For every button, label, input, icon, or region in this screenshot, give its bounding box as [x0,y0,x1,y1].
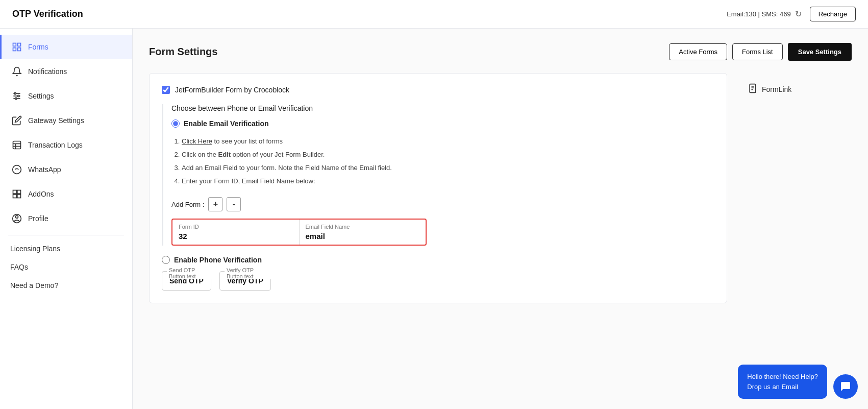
sidebar-item-label: Gateway Settings [28,116,84,125]
table-icon [12,140,22,150]
verification-section: Choose between Phone or Email Verificati… [162,104,714,246]
layout: Forms Notifications Settings [0,29,868,409]
page-title: Form Settings [149,46,217,58]
grid-icon [12,42,22,52]
header-actions: Active Forms Forms List Save Settings [669,43,852,61]
send-otp-label: Send OTP Button text [167,267,211,279]
chat-message-line1: Hello there! Need Help? [747,372,818,382]
instruction-item-1: Click Here to see your list of forms [182,135,714,148]
sidebar-item-label: WhatsApp [28,165,61,174]
sidebar-item-faqs[interactable]: FAQs [0,258,132,276]
svg-rect-10 [13,141,21,149]
form-link-item[interactable]: FormLink [748,83,844,95]
sidebar-item-label: AddOns [28,190,54,198]
sidebar-item-need-demo[interactable]: Need a Demo? [0,276,132,295]
instruction-text: to see your list of forms [214,137,283,145]
credit-text: Email:130 | SMS: 469 [727,10,791,18]
sidebar-item-label: Profile [28,214,48,223]
sidebar-item-notifications[interactable]: Notifications [0,59,132,84]
phone-verification-label[interactable]: Enable Phone Verification [174,256,262,264]
remove-form-button[interactable]: - [227,197,241,211]
form-link-icon [748,83,758,95]
active-forms-button[interactable]: Active Forms [669,43,727,60]
sidebar: Forms Notifications Settings [0,29,133,409]
jetform-checkbox-row: JetFormBuilder Form by Crocoblock [162,86,714,94]
verify-otp-field: Verify OTP Button text Verify OTP [219,271,271,291]
main-content: Form Settings Active Forms Forms List Sa… [133,29,868,409]
svg-point-22 [16,215,18,218]
phone-verification-section: Enable Phone Verification Send OTP Butto… [162,256,714,291]
form-link-label: FormLink [762,85,791,93]
instructions-list: Click Here to see your list of forms Cli… [171,135,714,188]
sliders-icon [12,91,22,101]
send-otp-field: Send OTP Button text Send OTP [162,271,211,291]
credit-info: Email:130 | SMS: 469 ↻ [727,9,802,19]
instruction-item-3: Add an Email Field to your form. Note th… [182,161,714,175]
instruction-item-4: Enter your Form ID, Email Field Name bel… [182,175,714,188]
svg-rect-3 [18,48,21,51]
refresh-icon[interactable]: ↻ [795,9,802,19]
email-field-group: Email Field Name email [299,220,426,245]
sidebar-item-label: Transaction Logs [28,141,83,149]
email-verification-label[interactable]: Enable Email Verification [184,119,269,128]
chat-bubble-button[interactable] [833,374,858,399]
email-verification-row: Enable Email Verification [171,119,714,128]
edit-bold: Edit [218,151,231,158]
sidebar-item-label: Forms [28,43,48,51]
choose-verification-title: Choose between Phone or Email Verificati… [171,104,714,112]
phone-verification-radio[interactable] [162,256,170,264]
user-circle-icon [12,213,22,224]
sidebar-item-settings[interactable]: Settings [0,84,132,108]
svg-point-14 [13,165,21,174]
sidebar-item-transaction-logs[interactable]: Transaction Logs [0,133,132,157]
sidebar-item-whatsapp[interactable]: WhatsApp [0,157,132,182]
sidebar-item-label: Notifications [28,67,67,76]
sidebar-item-licensing[interactable]: Licensing Plans [0,239,132,258]
add-form-label: Add Form : [171,201,204,208]
whatsapp-icon [12,164,22,175]
sidebar-item-label: Settings [28,92,54,100]
jetform-checkbox[interactable] [162,86,170,94]
svg-rect-20 [17,195,21,198]
svg-rect-1 [18,43,21,46]
chat-message-line2: Drop us an Email [747,382,818,392]
chat-bubble-icon [839,380,852,393]
recharge-button[interactable]: Recharge [810,7,856,21]
email-field-value: email [306,232,420,240]
add-form-button[interactable]: + [208,197,222,211]
form-id-label: Form ID [179,224,293,230]
form-content-area: JetFormBuilder Form by Crocoblock Choose… [149,73,727,303]
sidebar-item-gateway-settings[interactable]: Gateway Settings [0,108,132,133]
header-right: Email:130 | SMS: 469 ↻ Recharge [727,7,856,21]
email-verification-radio[interactable] [171,119,180,128]
svg-rect-17 [13,190,17,194]
form-id-value: 32 [179,232,293,240]
svg-point-8 [18,95,19,97]
form-fields-container: Form ID 32 Email Field Name email [171,219,427,246]
otp-buttons-row: Send OTP Button text Send OTP Verify OTP… [162,271,714,291]
pen-icon [12,115,22,126]
right-panel: FormLink [739,73,852,303]
sidebar-item-addons[interactable]: AddOns [0,182,132,206]
jetform-checkbox-label[interactable]: JetFormBuilder Form by Crocoblock [175,86,289,94]
forms-list-button[interactable]: Forms List [732,43,783,60]
click-here-link[interactable]: Click Here [182,137,212,145]
form-id-group: Form ID 32 [172,220,299,245]
chat-widget[interactable]: Hello there! Need Help? Drop us an Email [738,365,827,399]
top-header: OTP Verification Email:130 | SMS: 469 ↻ … [0,0,868,29]
addons-icon [12,189,22,199]
sidebar-item-profile[interactable]: Profile [0,206,132,231]
save-settings-button[interactable]: Save Settings [788,43,852,61]
svg-point-7 [14,92,16,94]
verify-otp-label: Verify OTP Button text [225,267,271,279]
form-settings-header: Form Settings Active Forms Forms List Sa… [149,43,852,61]
instruction-item-2: Click on the Edit option of your Jet For… [182,148,714,161]
sidebar-item-forms[interactable]: Forms [0,35,132,59]
phone-verification-row: Enable Phone Verification [162,256,714,264]
email-field-label: Email Field Name [306,224,420,230]
bell-icon [12,66,22,77]
sidebar-divider [8,235,124,235]
svg-rect-0 [13,43,16,46]
svg-rect-19 [13,195,17,198]
app-title: OTP Verification [12,9,83,19]
